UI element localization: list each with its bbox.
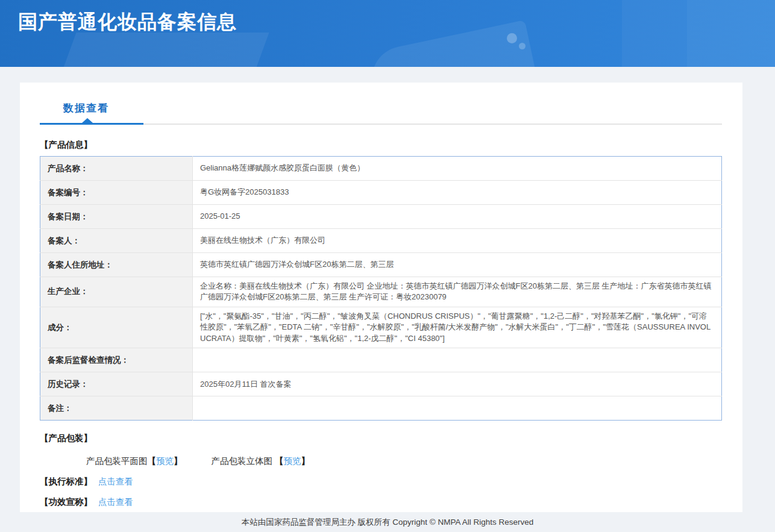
- row-label: 备案人：: [40, 229, 193, 253]
- row-label: 成分：: [40, 307, 193, 348]
- row-label: 备注：: [40, 396, 193, 421]
- row-value: 英德市英红镇广德园万洋众创城F区20栋第二层、第三层: [193, 253, 722, 277]
- row-value: 2025年02月11日 首次备案: [193, 372, 722, 396]
- page-footer: 本站由国家药品监督管理局主办 版权所有 Copyright © NMPA All…: [0, 512, 775, 532]
- copyright-text: 本站由国家药品监督管理局主办 版权所有 Copyright © NMPA All…: [242, 518, 534, 527]
- banner-decoration-circle: [507, 33, 517, 43]
- banner-decoration-panel: [687, 0, 775, 67]
- tab-data-view[interactable]: 数据查看: [63, 101, 109, 115]
- table-row: 备案后监督检查情况：: [40, 348, 722, 372]
- banner-decoration-wedge: [366, 20, 539, 67]
- bracket-open: 【: [275, 456, 284, 466]
- banner-decoration-parallelogram: [58, 33, 269, 67]
- tab-active-indicator: [40, 123, 143, 125]
- page-title: 国产普通化妆品备案信息: [18, 9, 237, 36]
- table-row: 历史记录：2025年02月11日 首次备案: [40, 372, 722, 396]
- standards-row: 【执行标准】点击查看: [40, 476, 722, 487]
- bracket-open: 【: [148, 456, 157, 466]
- row-label: 生产企业：: [40, 277, 193, 307]
- tab-underline: [40, 123, 722, 125]
- table-row: 备案编号：粤G妆网备字2025031833: [40, 181, 722, 205]
- row-label: 产品名称：: [40, 157, 193, 181]
- table-row: 备注：: [40, 396, 722, 421]
- row-value: [193, 396, 722, 421]
- content-card: 数据查看 【产品信息】 产品名称：Gelianna格莲娜赋颜水感胶原蛋白面膜（黄…: [20, 83, 742, 512]
- row-value: Gelianna格莲娜赋颜水感胶原蛋白面膜（黄色）: [193, 157, 722, 181]
- table-row: 成分：["水"，"聚氨酯-35"，"甘油"，"丙二醇"，"皱波角叉菜（CHOND…: [40, 307, 722, 348]
- row-value: 企业名称：美丽在线生物技术（广东）有限公司 企业地址：英德市英红镇广德园万洋众创…: [193, 277, 722, 307]
- packaging-stereo-label: 产品包装立体图: [212, 456, 275, 466]
- standards-view-link[interactable]: 点击查看: [98, 477, 133, 486]
- section-title-product-info: 【产品信息】: [40, 139, 722, 151]
- efficacy-row: 【功效宣称】点击查看: [40, 496, 722, 508]
- row-label: 备案日期：: [40, 205, 193, 229]
- row-label: 备案后监督检查情况：: [40, 348, 193, 372]
- banner-decoration-circle-small: [519, 43, 526, 49]
- packaging-flat-label: 产品包装平面图: [86, 456, 148, 466]
- row-value: 粤G妆网备字2025031833: [193, 181, 722, 205]
- row-label: 备案人住所地址：: [40, 253, 193, 277]
- banner-decoration-panel: [622, 0, 687, 67]
- efficacy-view-link[interactable]: 点击查看: [98, 497, 133, 507]
- packaging-flat-preview-link[interactable]: 预览: [156, 456, 174, 466]
- table-row: 备案日期：2025-01-25: [40, 205, 722, 229]
- tab-divider: [143, 124, 722, 125]
- bracket-close: 】: [174, 456, 183, 466]
- row-value: 2025-01-25: [193, 205, 722, 229]
- tab-triangle-pointer-icon: [82, 118, 93, 123]
- table-row: 备案人：美丽在线生物技术（广东）有限公司: [40, 229, 722, 253]
- packaging-stereo-preview-link[interactable]: 预览: [284, 456, 301, 466]
- row-label: 备案编号：: [40, 181, 193, 205]
- section-title-packaging: 【产品包装】: [40, 433, 722, 444]
- row-value: [193, 348, 722, 372]
- packaging-flat-group: 产品包装平面图【预览】: [86, 456, 183, 466]
- table-row: 生产企业：企业名称：美丽在线生物技术（广东）有限公司 企业地址：英德市英红镇广德…: [40, 277, 722, 307]
- product-info-table: 产品名称：Gelianna格莲娜赋颜水感胶原蛋白面膜（黄色）备案编号：粤G妆网备…: [40, 156, 722, 421]
- packaging-row: 产品包装平面图【预览】产品包装立体图 【预览】: [40, 455, 722, 467]
- efficacy-title: 【功效宣称】: [40, 497, 92, 507]
- table-row: 产品名称：Gelianna格莲娜赋颜水感胶原蛋白面膜（黄色）: [40, 157, 722, 181]
- standards-title: 【执行标准】: [40, 477, 92, 486]
- row-value: ["水"，"聚氨酯-35"，"甘油"，"丙二醇"，"皱波角叉菜（CHONDRUS…: [193, 307, 722, 348]
- product-info-table-body: 产品名称：Gelianna格莲娜赋颜水感胶原蛋白面膜（黄色）备案编号：粤G妆网备…: [40, 157, 722, 421]
- bracket-close: 】: [301, 456, 310, 466]
- table-row: 备案人住所地址：英德市英红镇广德园万洋众创城F区20栋第二层、第三层: [40, 253, 722, 277]
- row-label: 历史记录：: [40, 372, 193, 396]
- row-value: 美丽在线生物技术（广东）有限公司: [193, 229, 722, 253]
- packaging-stereo-group: 产品包装立体图 【预览】: [212, 456, 310, 466]
- page-header: 国产普通化妆品备案信息: [0, 0, 775, 67]
